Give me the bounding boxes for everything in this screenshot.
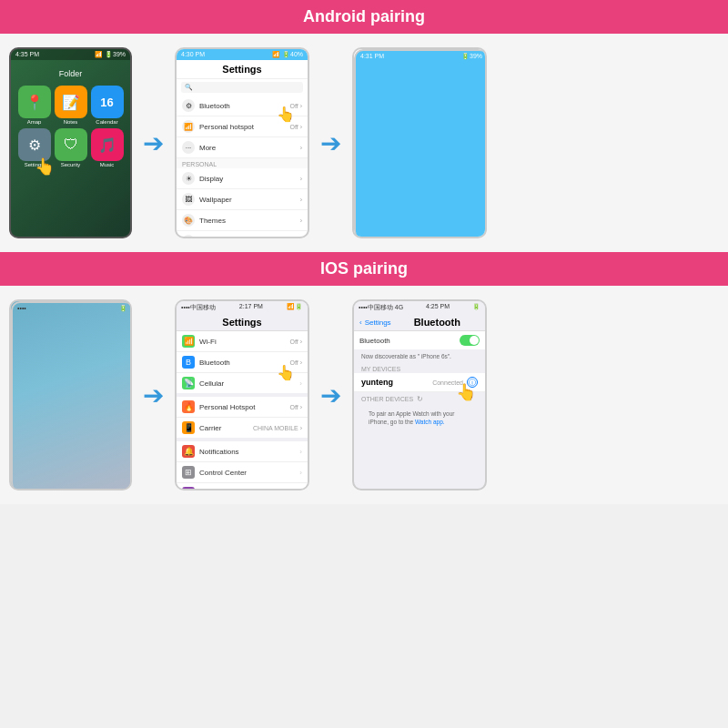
cellular-icon-box: 📡 (182, 377, 195, 389)
android-settings-sound[interactable]: 🔊 Sound & vibration › (177, 231, 308, 238)
ios-spinner-icon: ↻ (417, 395, 423, 403)
music-label: Music (100, 162, 115, 167)
ios-section-header: IOS pairing (0, 252, 728, 286)
themes-label: Themes (199, 217, 226, 225)
ios-arrow-1: ➔ (139, 380, 167, 410)
android-app-notes[interactable]: 📝 Notes (55, 86, 87, 125)
watch-app-link[interactable]: Watch app. (415, 419, 445, 425)
android-app-security[interactable]: 🛡 Security (55, 128, 87, 167)
android-title-text: Android pairing (303, 7, 425, 25)
android-home-time: 4:35 PM (15, 51, 39, 58)
cellular-label: Cellular (199, 379, 224, 388)
ios-settings-battery: 📶🔋 (287, 303, 303, 312)
wallpaper-label: Wallpaper (199, 196, 232, 204)
wifi-value: Off › (290, 339, 302, 345)
ios-settings-group-3: 🔔 Notifications › ⊞ Control Center › ☾ D… (177, 441, 308, 490)
personal-hotspot-label: Personal Hotspot (199, 403, 255, 411)
sound-label: Sound & vibration (199, 238, 257, 239)
notes-icon: 📝 (55, 86, 87, 118)
wallpaper-icon: 🖼 (182, 193, 195, 206)
ios-bt-back-button[interactable]: ‹ (359, 318, 362, 327)
hotspot-ios-value: Off › (290, 404, 302, 410)
bluetooth-label: Bluetooth (199, 102, 230, 110)
android-bt-battery: 🔋39% (461, 53, 482, 237)
ios-bt-icon-box: B (182, 356, 195, 369)
ios-settings-wifi[interactable]: 📶 Wi-Fi Off › (177, 331, 308, 352)
android-bt-status: 4:31 PM 🔋39% (354, 49, 487, 238)
ios-home-battery: 🔋 (119, 305, 127, 489)
android-settings-hotspot[interactable]: 📶 Personal hotspot Off › (177, 116, 308, 137)
ios-settings-dnd[interactable]: ☾ Do Not Disturb › (177, 483, 308, 490)
more-label: More (199, 144, 216, 152)
hand-cursor-ios-paired: 👆 (456, 382, 476, 402)
ios-paired-device-item[interactable]: yunteng Connected ⓘ 👆 (354, 373, 485, 392)
control-center-label: Control Center (199, 469, 247, 477)
control-center-icon-box: ⊞ (182, 466, 195, 479)
music-icon: 🎵 (91, 128, 124, 161)
notifications-icon-box: 🔔 (182, 445, 195, 458)
android-app-calendar[interactable]: 16 Calendar (91, 86, 124, 125)
android-settings-bluetooth[interactable]: ⚙ Bluetooth Off › 👆 (177, 96, 308, 116)
ios-settings-bluetooth[interactable]: B Bluetooth Off › 👆 (177, 352, 308, 373)
ios-bt-status: ••••中国移动 4G 4:25 PM 🔋 (354, 301, 485, 314)
ios-bt-time: 4:25 PM (426, 303, 450, 312)
display-icon: ☀ (182, 172, 195, 185)
ios-bt-back-label[interactable]: Settings (365, 318, 391, 327)
calendar-icon: 16 (91, 86, 124, 118)
hand-cursor-ios-bt: 👆 (277, 364, 295, 381)
android-settings-wallpaper[interactable]: 🖼 Wallpaper › (177, 189, 308, 210)
ios-paired-device-name: yunteng (361, 378, 393, 387)
ios-settings-title: Settings (177, 314, 308, 331)
personal-section-label: PERSONAL (177, 158, 308, 168)
ios-settings-notifications[interactable]: 🔔 Notifications › (177, 441, 308, 462)
android-app-amap[interactable]: 📍 Amap (18, 86, 51, 125)
carrier-label: Carrier (199, 424, 221, 432)
ios-settings-carrier[interactable]: 📱 Carrier CHINA MOBILE › (177, 418, 308, 438)
dnd-label: Do Not Disturb (199, 490, 247, 491)
carrier-value: CHINA MOBILE › (253, 425, 302, 431)
android-folder-area: Folder 📍 Amap 📝 Notes 16 Calendar (11, 69, 130, 171)
android-search-bar[interactable]: 🔍 (181, 82, 303, 93)
android-app-music[interactable]: 🎵 Music (91, 128, 124, 167)
android-home-battery: 📶 🔋39% (95, 51, 126, 58)
notifications-label: Notifications (199, 448, 239, 456)
more-icon: ··· (182, 141, 195, 154)
ios-settings-time: 2:17 PM (239, 303, 263, 312)
hotspot-label: Personal hotspot (199, 123, 254, 131)
bluetooth-toggle-switch[interactable] (460, 335, 480, 346)
ios-bt-header: ‹ Settings Bluetooth (354, 314, 485, 331)
android-settings-themes[interactable]: 🎨 Themes › (177, 210, 308, 231)
themes-chevron: › (300, 217, 302, 224)
hotspot-icon-box: 🔥 (182, 400, 195, 413)
ios-bt-toggle-item[interactable]: Bluetooth (354, 331, 485, 349)
hand-cursor-home: 👆 (35, 157, 55, 177)
android-app-grid: 📍 Amap 📝 Notes 16 Calendar ⚙ Settings (15, 82, 127, 171)
ios-settings-carrier: ••••中国移动 (181, 303, 216, 312)
android-settings-display[interactable]: ☀ Display › (177, 168, 308, 189)
sound-chevron: › (300, 238, 302, 239)
ios-other-devices-label: OTHER DEVICES (361, 396, 413, 402)
dnd-chevron: › (299, 490, 302, 491)
android-row: 4:35 PM 📶 🔋39% Folder 📍 Amap 📝 Notes 16 (0, 34, 728, 252)
hotspot-value: Off › (290, 124, 302, 130)
android-section-header: Android pairing (0, 0, 728, 34)
android-settings-more[interactable]: ··· More › (177, 137, 308, 158)
notifications-chevron: › (299, 448, 302, 456)
display-label: Display (199, 175, 223, 183)
control-center-chevron: › (299, 469, 302, 477)
ios-settings-control-center[interactable]: ⊞ Control Center › (177, 462, 308, 483)
wifi-label: Wi-Fi (199, 338, 217, 346)
android-arrow-1: ➔ (139, 128, 167, 158)
amap-label: Amap (27, 119, 42, 125)
carrier-icon-box: 📱 (182, 421, 195, 434)
android-arrow-2: ➔ (317, 128, 345, 158)
ios-home-status: •••• 🔋 (11, 301, 132, 490)
ios-bt-toggle-label: Bluetooth (359, 337, 390, 345)
display-chevron: › (300, 176, 302, 182)
ios-bt-label: Bluetooth (199, 359, 230, 367)
ios-settings-phone: ••••中国移动 2:17 PM 📶🔋 Settings 📶 Wi-Fi Off… (175, 299, 309, 490)
android-app-settings[interactable]: ⚙ Settings 👆 (18, 128, 51, 167)
ios-settings-hotspot[interactable]: 🔥 Personal Hotspot Off › (177, 397, 308, 418)
android-settings-time: 4:30 PM (181, 51, 205, 58)
calendar-label: Calendar (96, 119, 117, 125)
